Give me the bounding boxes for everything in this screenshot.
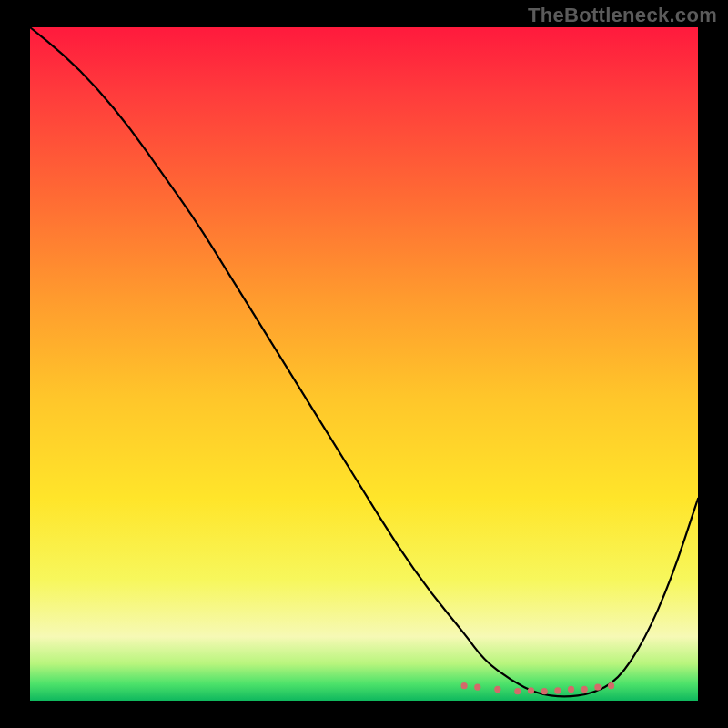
highlight-dot [541,688,548,694]
highlight-dot [474,684,480,691]
highlight-dot [594,684,601,691]
highlight-dot [461,682,468,689]
highlight-dot [554,687,561,693]
bottleneck-chart [0,0,728,728]
chart-viewport: TheBottleneck.com [0,0,728,728]
highlight-dot [528,687,534,693]
highlight-dot [568,686,574,693]
highlight-dot [581,686,588,693]
highlight-dot [494,686,500,693]
highlight-dot [514,688,521,694]
highlight-dot [608,682,614,689]
